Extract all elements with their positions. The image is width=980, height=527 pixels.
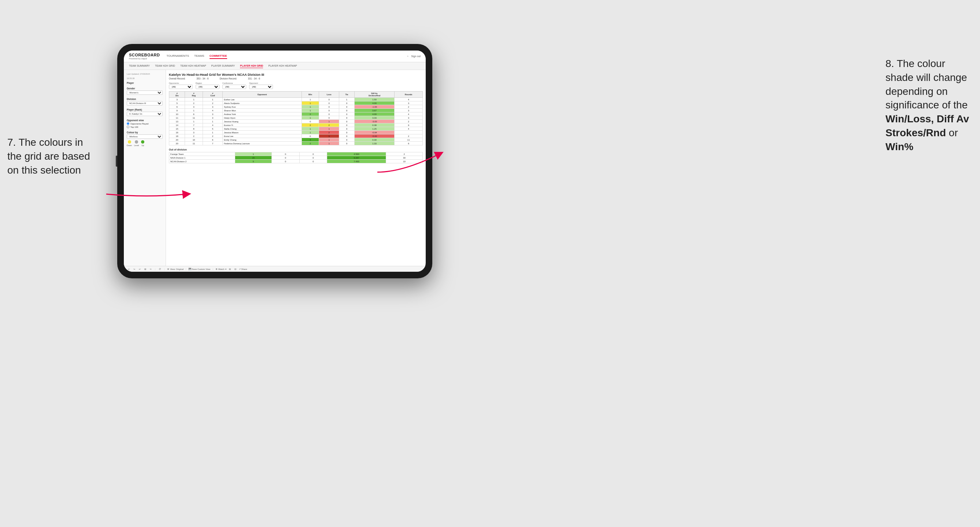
nav-links: TOURNAMENTS TEAMS COMMITTEE — [166, 54, 401, 59]
table-row: 9 1 4 Sharon Mun 1 0 0 3.67 3 — [169, 109, 423, 113]
radio-top-100[interactable]: Top 100 — [127, 125, 163, 128]
redo-button[interactable]: ↪ — [132, 267, 136, 271]
layout-button[interactable]: ⊞ — [228, 267, 232, 271]
table-row: 11 11 3 Heejo Hyun 1 0 0 3.33 3 — [169, 116, 423, 120]
sidebar-division-select[interactable]: NCAA Division III — [127, 101, 163, 105]
tablet-screen: SCOREBOARD Powered by clippd TOURNAMENTS… — [124, 51, 426, 272]
copy-button[interactable]: ⊞ — [143, 267, 147, 271]
table-row: 3 1 1 Esther Lee 1 0 1 1.50 4 — [169, 98, 423, 102]
undo2-button[interactable]: ↩ — [138, 267, 142, 271]
sidebar-player-section: Player — [127, 82, 163, 84]
subnav-team-h2h-grid[interactable]: TEAM H2H GRID — [155, 64, 175, 68]
annotation-right: 8. The colourshade will changedepending … — [886, 57, 969, 154]
share-button[interactable]: ↗ Share — [239, 268, 247, 270]
clock-button[interactable]: ⏱ — [158, 268, 162, 271]
view-icon: 👁 — [167, 268, 169, 270]
overall-record-label: Overall Record: — [169, 77, 185, 80]
ood-table: Foreign Team 1 0 0 4.500 2 NAIA Division… — [169, 152, 423, 163]
nav-right: › Sign out — [407, 55, 421, 57]
dot-up — [141, 140, 144, 144]
save-icon: 💾 — [189, 268, 191, 270]
subnav-player-summary[interactable]: PLAYER SUMMARY — [212, 64, 235, 68]
watch-icon: 👁 — [215, 268, 218, 270]
sign-out-link[interactable]: Sign out — [411, 55, 421, 57]
col-div: #Div — [169, 92, 185, 98]
record-row: Overall Record: 353 - 34 - 6 Division Re… — [169, 77, 423, 80]
table-row: 10 6 3 Andrea York 2 0 0 4.00 4 — [169, 113, 423, 116]
save-custom-button[interactable]: 💾 Save Custom View — [189, 268, 211, 270]
main-table: #Div #Reg #Conf Opponent Win Loss Tie Di… — [169, 91, 423, 145]
dot-down — [128, 140, 131, 144]
col-loss: Loss — [319, 92, 339, 98]
tablet-frame: SCOREBOARD Powered by clippd TOURNAMENTS… — [117, 44, 432, 278]
col-rounds: Rounds — [395, 92, 423, 98]
annotation-left: 7. The colours inthe grid are basedon th… — [7, 135, 90, 177]
sidebar-division-section: Division NCAA Division III — [127, 98, 163, 105]
main-content: Last Updated: 27/03/2024 16:55:38 Player… — [124, 70, 426, 266]
table-row: 20 10 6 Emily Chang 4 1 0 0.30 11 — [169, 138, 423, 142]
share-icon: ↗ — [239, 268, 241, 270]
table-row: 5 2 2 Alexis Sudjianto 1 0 0 4.00 3 — [169, 102, 423, 105]
sidebar-colour-label: Colour by — [127, 131, 163, 134]
filter-region-select[interactable]: (All) — [196, 84, 220, 89]
nav-teams[interactable]: TEAMS — [194, 54, 204, 59]
nav-committee[interactable]: COMMITTEE — [210, 54, 227, 59]
filter-opponents-select[interactable]: (All) — [169, 84, 193, 89]
table-row: 13 1 1 Jessica Huang 0 1 0 -3.00 2 — [169, 120, 423, 124]
filter-opponents: Opponents: (All) — [169, 82, 193, 89]
view-original-button[interactable]: 👁 View: Original — [167, 268, 183, 270]
filter-conference-select[interactable]: (All) — [223, 84, 246, 89]
dot-level — [135, 140, 138, 144]
sidebar-player-rank-label: Player (Rank) — [127, 108, 163, 111]
sidebar-opponent-view: Opponent view Opponents Played Top 100 — [127, 119, 163, 128]
tablet-side-button — [116, 156, 117, 167]
sidebar-gender-section: Gender Women's — [127, 87, 163, 95]
logo: SCOREBOARD Powered by clippd — [129, 53, 160, 60]
chevron-down-icon: ▾ — [225, 268, 226, 270]
nav-tournaments[interactable]: TOURNAMENTS — [166, 54, 189, 59]
table-row: 20 11 7 Federica Domecq Lacroze 2 1 0 1.… — [169, 142, 423, 145]
paste-button[interactable]: ✂ — [149, 267, 153, 271]
out-of-division-header: Out of division — [169, 148, 423, 151]
bottom-toolbar: ↩ ↪ ↩ ⊞ ✂ | ⏱ | 👁 View: Original | 💾 Sav… — [124, 266, 426, 272]
sidebar-opponent-view-label: Opponent view — [127, 119, 163, 122]
radio-opponents-played[interactable]: Opponents Played — [127, 122, 163, 125]
subnav-team-summary[interactable]: TEAM SUMMARY — [129, 64, 150, 68]
data-area: Katelyn Vo Head-to-Head Grid for Women's… — [166, 70, 426, 266]
table-row: 14 7 4 Eunice Yi 2 2 0 0.38 9 — [169, 124, 423, 127]
subnav-player-h2h-heatmap[interactable]: PLAYER H2H HEATMAP — [268, 64, 297, 68]
division-record-label: Division Record: — [220, 77, 237, 80]
watch-button[interactable]: 👁 Watch ▾ — [215, 268, 226, 270]
table-row: 16 3 1 Jessica Mason 1 2 0 -0.94 — [169, 131, 423, 134]
sidebar-colour-section: Colour by Win/loss Down Level — [127, 131, 163, 146]
sidebar-division-label: Division — [127, 98, 163, 100]
sub-nav: TEAM SUMMARY TEAM H2H GRID TEAM H2H HEAT… — [124, 62, 426, 70]
sidebar-player-label: Player — [127, 82, 163, 84]
sidebar-time: 16:55:38 — [127, 77, 163, 79]
overall-record-value: 353 - 34 - 6 — [196, 77, 208, 80]
table-row: 15 8 5 Stella Cheng 1 1 0 1.25 4 — [169, 127, 423, 131]
subnav-team-h2h-heatmap[interactable]: TEAM H2H HEATMAP — [180, 64, 206, 68]
colour-dots: Down Level Up — [127, 140, 163, 146]
filter-conference: Conference (All) — [223, 82, 246, 89]
ood-table-row: NCAA Division 2 5 0 0 7.400 10 — [169, 160, 423, 163]
col-reg: #Reg — [185, 92, 203, 98]
grid-button[interactable]: ⊟ — [233, 267, 237, 271]
sidebar: Last Updated: 27/03/2024 16:55:38 Player… — [124, 70, 166, 266]
sidebar-player-rank-select[interactable]: 8. Katelyn Vo — [127, 112, 163, 116]
table-row: 6 3 3 Sydney Kuo 1 0 0 -1.00 2 — [169, 105, 423, 109]
col-conf: #Conf — [203, 92, 223, 98]
filter-opponent-select[interactable]: (All) — [249, 84, 273, 89]
sidebar-colour-select[interactable]: Win/loss — [127, 134, 163, 139]
ood-table-row: NAIA Division 1 15 0 0 9.267 30 — [169, 156, 423, 160]
table-row: 18 2 2 Euna Lee 0 3 0 -5.00 2 — [169, 134, 423, 138]
filter-opponent: Opponent (All) — [249, 82, 273, 89]
ood-table-row: Foreign Team 1 0 0 4.500 2 — [169, 152, 423, 156]
filter-region: Region (All) — [196, 82, 220, 89]
subnav-player-h2h-grid[interactable]: PLAYER H2H GRID — [240, 64, 263, 68]
undo-button[interactable]: ↩ — [127, 267, 131, 271]
sidebar-gender-select[interactable]: Women's — [127, 90, 163, 95]
sidebar-gender-label: Gender — [127, 87, 163, 90]
sidebar-timestamp: Last Updated: 27/03/2024 — [127, 73, 163, 75]
filters-row: Opponents: (All) Region (All) Conference — [169, 82, 423, 89]
